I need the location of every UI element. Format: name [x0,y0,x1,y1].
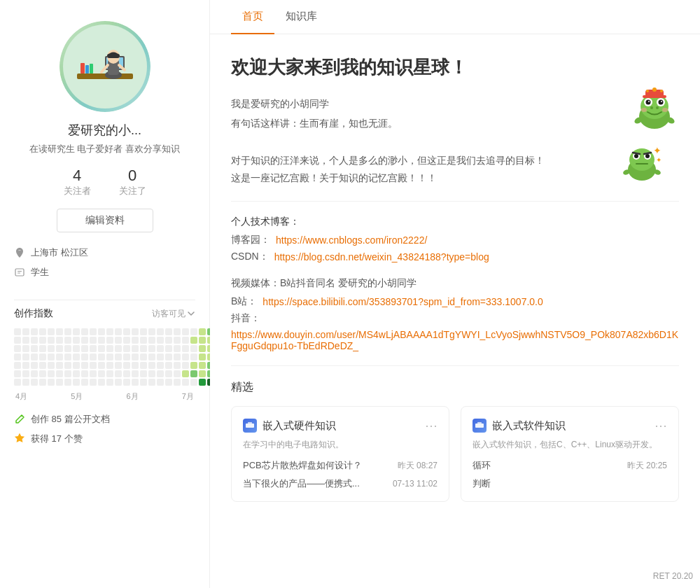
edit-profile-button[interactable]: 编辑资料 [57,209,153,232]
followers-stat: 4 关注者 [64,167,91,197]
svg-text:✦: ✦ [653,145,662,156]
bilibili-link[interactable]: https://space.bilibili.com/353893701?spm… [262,296,542,307]
cnblogs-row: 博客园： https://www.cnblogs.com/iron2222/ [231,234,679,246]
video-section: 视频媒体：B站抖音同名 爱研究的小胡同学 B站： https://space.b… [231,277,679,351]
intro-line2: 有句话这样讲：生而有崖，知也无涯。 [231,113,616,133]
cnblogs-link[interactable]: https://www.cnblogs.com/iron2222/ [276,234,427,246]
bilibili-row: B站： https://space.bilibili.com/353893701… [231,295,679,308]
tab-knowledge[interactable]: 知识库 [274,0,328,34]
csdn-link[interactable]: https://blog.csdn.net/weixin_43824188?ty… [274,251,489,262]
footer-stats: 创作 85 篇公开文档 获得 17 个赞 [14,413,195,445]
heatmap-grid [14,328,195,386]
welcome-title: 欢迎大家来到我的知识星球！ [231,55,679,80]
svg-point-26 [650,106,653,109]
svg-point-27 [656,106,659,109]
stats-row: 4 关注者 0 关注了 [64,167,146,197]
featured-cards: 嵌入式硬件知识 ⋯ 在学习中的电子电路知识。 PCB芯片散热焊盘如何设计？ 昨天… [231,406,679,502]
cnblogs-label: 博客园： [231,234,270,246]
tabs-bar: 首页 知识库 [210,0,700,34]
card-item-title-hardware-0: PCB芯片散热焊盘如何设计？ [243,459,362,472]
card-item-software-0[interactable]: 循环 昨天 20:25 [472,459,667,472]
bio: 在读研究生 电子爱好者 喜欢分享知识 [29,143,180,155]
intro-section: 我是爱研究的小胡同学 有句话这样讲：生而有崖，知也无涯。 [231,94,679,138]
identity-icon [14,267,25,278]
svg-point-22 [646,100,651,105]
douyin-label: 抖音： [231,312,260,325]
card-item-title-software-1: 判断 [472,477,491,490]
svg-rect-11 [107,54,120,58]
featured-title: 精选 [231,380,679,395]
following-stat: 0 关注了 [119,167,146,197]
identity-text: 学生 [31,266,49,279]
douyin-link-row: https://www.douyin.com/user/MS4wLjABAAAA… [231,329,679,351]
following-label: 关注了 [119,185,146,197]
card-more-hardware[interactable]: ⋯ [425,418,438,433]
svg-point-38 [629,148,654,171]
svg-point-28 [641,108,647,112]
douyin-link[interactable]: https://www.douyin.com/user/MS4wLjABAAAA… [231,329,678,351]
svg-rect-17 [18,273,20,274]
featured-card-hardware: 嵌入式硬件知识 ⋯ 在学习中的电子电路知识。 PCB芯片散热焊盘如何设计？ 昨天… [231,406,449,502]
creation-header: 创作指数 访客可见 [14,307,195,320]
avatar [59,21,150,112]
svg-point-32 [652,88,657,92]
card-icon-software [472,419,486,433]
card-desc-software: 嵌入式软件知识，包括C、C++、Linux驱动开发。 [472,439,667,451]
location-icon [14,247,25,258]
location-text: 上海市 松江区 [31,246,88,259]
svg-rect-50 [477,422,482,424]
card-item-title-software-0: 循环 [472,459,491,472]
mascot-top [630,87,679,138]
svg-point-42 [645,154,650,158]
tab-home[interactable]: 首页 [231,0,274,34]
card-title-hardware: 嵌入式硬件知识 [262,419,336,433]
svg-rect-49 [475,424,484,428]
svg-point-29 [662,108,668,112]
description-section: 对于知识的汪洋来说，个人是多么的渺小，但这正是我们去追寻的目标！ 这是一座记忆宫… [231,152,679,187]
card-item-software-1[interactable]: 判断 [472,477,667,490]
desc-line2: 这是一座记忆宫殿！关于知识的记忆宫殿！！！ [231,169,679,187]
mascot-side: ✦ ✦ [620,141,665,189]
card-header-software: 嵌入式软件知识 ⋯ [472,418,667,433]
followers-label: 关注者 [64,185,91,197]
sidebar: 爱研究的小... 在读研究生 电子爱好者 喜欢分享知识 4 关注者 0 关注了 … [0,0,210,588]
creation-title: 创作指数 [14,307,53,320]
identity-item: 学生 [14,266,195,279]
version-badge: RET 20.20 [653,571,693,581]
svg-rect-6 [85,65,89,74]
svg-rect-15 [15,269,24,276]
card-header-hardware: 嵌入式硬件知识 ⋯ [243,418,438,433]
card-title-software: 嵌入式软件知识 [492,419,566,433]
card-item-hardware-1[interactable]: 当下很火的产品——便携式... 07-13 11:02 [243,477,438,490]
sidebar-divider [14,300,195,300]
card-item-hardware-0[interactable]: PCB芯片散热焊盘如何设计？ 昨天 08:27 [243,459,438,472]
svg-rect-48 [248,422,252,424]
featured-card-software: 嵌入式软件知识 ⋯ 嵌入式软件知识，包括C、C++、Linux驱动开发。 循环 … [461,406,679,502]
bilibili-label: B站： [231,295,257,308]
chevron-down-icon [187,309,195,318]
likes-stat: 获得 17 个赞 [14,433,195,445]
svg-point-41 [634,154,638,158]
svg-point-33 [646,90,649,92]
svg-point-24 [648,101,650,102]
svg-rect-7 [90,64,93,74]
star-icon [14,433,25,444]
svg-rect-31 [643,95,666,98]
card-item-time-hardware-1: 07-13 11:02 [393,479,438,489]
svg-rect-47 [246,424,254,428]
svg-point-23 [659,100,664,105]
main-content: 首页 知识库 欢迎大家来到我的知识星球！ 我是爱研究的小胡同学 有句话这样讲：生… [210,0,700,588]
card-more-software[interactable]: ⋯ [654,418,667,433]
svg-rect-16 [18,271,22,272]
link-section: 个人技术博客： 博客园： https://www.cnblogs.com/iro… [231,216,679,263]
svg-rect-1 [77,74,133,79]
card-icon-hardware [243,419,257,433]
section-divider-2 [231,365,679,366]
card-desc-hardware: 在学习中的电子电路知识。 [243,439,438,451]
visitor-toggle[interactable]: 访客可见 [152,308,195,320]
card-item-time-hardware-0: 昨天 08:27 [398,460,438,472]
content-area: 欢迎大家来到我的知识星球！ 我是爱研究的小胡同学 有句话这样讲：生而有崖，知也无… [210,34,700,588]
card-items-software: 循环 昨天 20:25 判断 [472,459,667,490]
location-item: 上海市 松江区 [14,246,195,259]
card-title-row-software: 嵌入式软件知识 [472,419,566,433]
